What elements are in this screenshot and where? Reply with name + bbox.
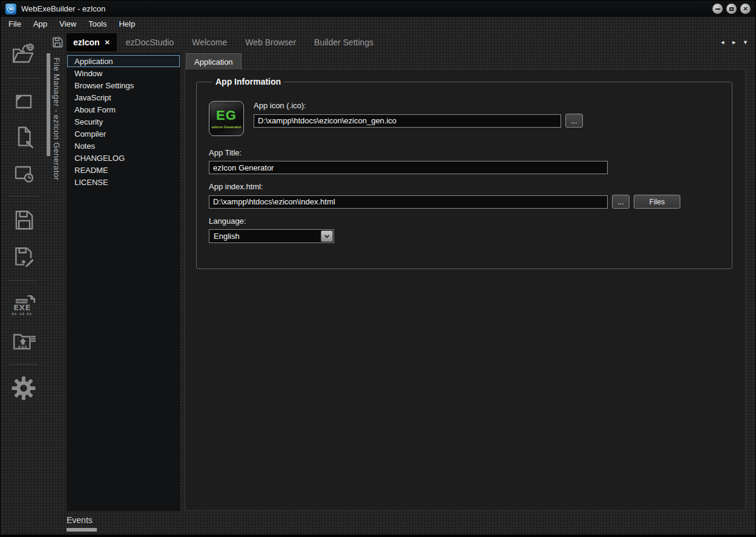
tab-scroll-controls: ◄ ► ▼: [720, 33, 748, 51]
tab-close-icon[interactable]: ✕: [105, 39, 110, 47]
compile-exe-icon: COMPILE EXE 01 10 01: [10, 291, 37, 317]
app-index-label: App index.html:: [209, 182, 720, 191]
toolbar: COMPILE EXE 01 10 01 EXE: [1, 31, 46, 534]
tab-builder-settings[interactable]: Builder Settings: [305, 33, 383, 51]
app-icon-label: App icon (.ico):: [254, 101, 720, 110]
events-tab-label[interactable]: Events: [67, 515, 93, 525]
recent-window-icon: [11, 161, 36, 185]
app-icon-preview: EG ezIcon Generator: [209, 101, 244, 136]
open-project-icon: [10, 42, 37, 67]
minimize-button[interactable]: [712, 4, 723, 14]
dropdown-arrow-icon[interactable]: [321, 230, 333, 242]
app-icon-letters: EG: [216, 109, 237, 122]
close-button[interactable]: ✕: [740, 4, 751, 14]
section-item-compiler[interactable]: Compiler: [67, 128, 180, 140]
save-as-icon: [11, 244, 36, 269]
app-title-input[interactable]: [209, 161, 608, 174]
tab-welcome[interactable]: Welcome: [183, 33, 236, 51]
language-label: Language:: [209, 216, 720, 226]
file-manager-panel-label[interactable]: File Manager - ezIcon Generator: [52, 57, 61, 180]
tab-label: Welcome: [192, 37, 227, 47]
app-icon-caption: ezIcon Generator: [211, 125, 241, 129]
section-item-readme[interactable]: README: [67, 164, 180, 176]
app-title-label: App Title:: [209, 148, 720, 157]
section-item-window[interactable]: Window: [67, 67, 180, 79]
settings-gear-icon: [10, 376, 37, 401]
app-information-group: App Information EG ezIcon Generator App …: [196, 77, 732, 269]
app-index-browse-button[interactable]: ...: [612, 195, 629, 209]
tab-web-browser[interactable]: Web Browser: [236, 33, 305, 51]
section-item-about-form[interactable]: About Form: [67, 103, 180, 116]
menu-help[interactable]: Help: [119, 19, 135, 28]
section-item-application[interactable]: Application: [67, 55, 180, 67]
toolbar-separator: [9, 280, 38, 281]
tab-scroll-right-icon[interactable]: ►: [731, 39, 737, 45]
maximize-button[interactable]: [726, 4, 737, 14]
file-manager-scrollbar[interactable]: [47, 53, 50, 156]
events-panel: Events: [67, 515, 97, 532]
tab-scroll-left-icon[interactable]: ◄: [720, 39, 725, 45]
events-tab-indicator: [67, 528, 97, 532]
section-item-browser-settings[interactable]: Browser Settings: [67, 79, 180, 91]
section-item-javascript[interactable]: JavaScript: [67, 91, 180, 103]
menu-view[interactable]: View: [59, 19, 76, 28]
toolbar-separator: [9, 78, 38, 79]
new-project-button[interactable]: [11, 90, 36, 114]
import-file-button[interactable]: [11, 125, 36, 150]
menu-tools[interactable]: Tools: [88, 19, 107, 28]
tab-list-dropdown-icon[interactable]: ▼: [743, 39, 748, 45]
app-icon-field-column: App icon (.ico): ...: [254, 101, 720, 136]
tab-ezdocstudio[interactable]: ezDocStudio: [117, 33, 183, 51]
section-item-changelog[interactable]: CHANGELOG: [67, 152, 180, 164]
save-button[interactable]: [11, 207, 36, 233]
maximize-icon: [729, 7, 734, 11]
group-title: App Information: [212, 77, 284, 86]
file-manager-strip: File Manager - ezIcon Generator: [47, 33, 65, 511]
settings-button[interactable]: [10, 376, 37, 401]
minimize-icon: [715, 8, 720, 10]
import-file-icon: [11, 125, 36, 150]
file-manager-save-icon: [51, 36, 64, 49]
menubar: File App View Tools Help: [1, 17, 755, 31]
app-icon-path-input[interactable]: [254, 114, 561, 128]
section-list: Application Window Browser Settings Java…: [67, 53, 180, 511]
export-exe-icon: EXE: [10, 328, 38, 353]
window-bottom-edge: [0, 535, 756, 537]
subtab-application[interactable]: Application: [186, 53, 242, 70]
app-index-input[interactable]: [209, 195, 608, 209]
menu-file[interactable]: File: [8, 19, 21, 28]
window-controls: ✕: [712, 4, 751, 14]
editor-area: Application App Information EG ezIcon Ge…: [185, 53, 746, 511]
app-icon-browse-button[interactable]: ...: [565, 114, 583, 128]
tab-label: ezDocStudio: [126, 37, 174, 47]
toolbar-separator: [9, 196, 38, 197]
svg-text:COMPILE: COMPILE: [14, 299, 29, 303]
tab-label: Web Browser: [245, 37, 296, 47]
application-panel: App Information EG ezIcon Generator App …: [185, 69, 746, 511]
new-project-icon: [11, 90, 36, 114]
svg-text:EXE: EXE: [18, 345, 28, 349]
close-icon: ✕: [743, 6, 748, 12]
recent-window-button[interactable]: [11, 161, 36, 185]
menu-app[interactable]: App: [33, 19, 47, 28]
export-exe-button[interactable]: EXE: [10, 328, 38, 353]
section-item-notes[interactable]: Notes: [67, 140, 180, 152]
titlebar: W WebExeBuilder - ezIcon ✕: [1, 1, 755, 17]
section-item-security[interactable]: Security: [67, 116, 180, 128]
language-select[interactable]: English: [209, 229, 334, 243]
section-item-license[interactable]: LICENSE: [67, 176, 180, 188]
app-logo-icon: W: [5, 4, 16, 15]
tab-label: Builder Settings: [314, 37, 373, 47]
file-manager-panel-button[interactable]: [51, 36, 64, 51]
tab-ezicon[interactable]: ezIcon ✕: [67, 33, 117, 51]
app-index-files-button[interactable]: Files: [634, 195, 680, 209]
compile-exe-button[interactable]: COMPILE EXE 01 10 01: [10, 291, 37, 317]
window-title: WebExeBuilder - ezIcon: [21, 4, 105, 13]
document-tabbar: ezIcon ✕ ezDocStudio Welcome Web Browser…: [67, 33, 755, 51]
open-project-button[interactable]: [10, 42, 37, 67]
save-icon: [11, 207, 36, 233]
svg-text:01 10 01: 01 10 01: [12, 312, 32, 316]
save-as-button[interactable]: [11, 244, 36, 269]
svg-text:EXE: EXE: [13, 304, 30, 313]
app-icon-row: EG ezIcon Generator App icon (.ico): ...: [209, 101, 720, 136]
